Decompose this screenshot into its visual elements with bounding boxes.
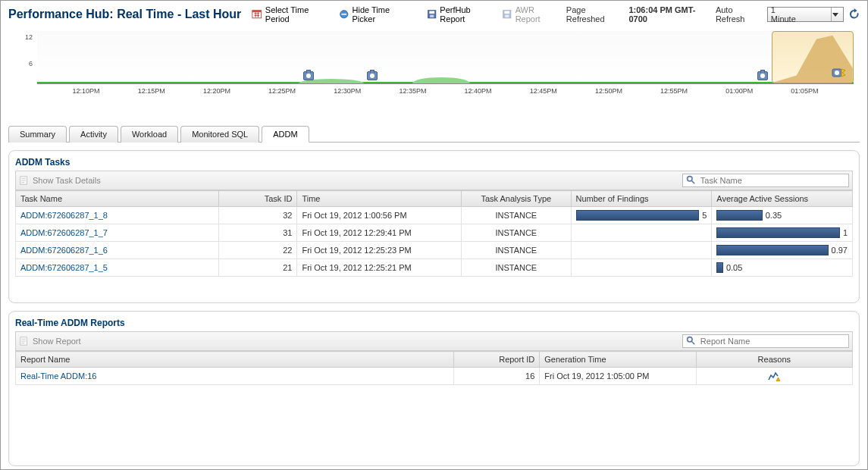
task-name-link[interactable]: ADDM:672606287_1_7 (20, 228, 108, 237)
awr-report-label: AWR Report (515, 5, 560, 24)
task-name-link[interactable]: ADDM:672606287_1_6 (20, 246, 108, 255)
table-header-row: Task Name Task ID Time Task Analysis Typ… (16, 191, 853, 207)
col-findings[interactable]: Number of Findings (571, 191, 712, 207)
x-tick: 12:45PM (530, 87, 557, 95)
table-row[interactable]: ADDM:672606287_1_731Fri Oct 19, 2012 12:… (16, 224, 853, 242)
page-refreshed-label: Page Refreshed (566, 5, 625, 24)
report-reasons[interactable] (696, 368, 852, 385)
svg-line-22 (691, 341, 694, 344)
x-tick: 12:40PM (465, 87, 492, 95)
sessions-bar: 1 (716, 227, 848, 238)
task-time: Fri Oct 19, 2012 12:25:21 PM (297, 259, 462, 277)
task-analysis-type: INSTANCE (462, 242, 571, 259)
select-time-period-label: Select Time Period (265, 5, 333, 24)
addm-reports-action-row: Show Report (15, 331, 853, 351)
table-row[interactable]: ADDM:672606287_1_521Fri Oct 19, 2012 12:… (16, 259, 853, 277)
show-report-button: Show Report (19, 336, 81, 346)
addm-tasks-action-row: Show Task Details (15, 171, 853, 190)
hide-time-picker-button[interactable]: Hide Time Picker (339, 5, 413, 24)
task-id: 21 (219, 259, 297, 277)
col-generation-time[interactable]: Generation Time (540, 352, 696, 368)
x-tick: 12:30PM (334, 87, 361, 95)
col-task-name[interactable]: Task Name (16, 191, 219, 207)
svg-rect-1 (252, 11, 262, 13)
svg-marker-16 (841, 69, 845, 77)
header-toolbar: Performance Hub: Real Time - Last Hour S… (4, 4, 864, 27)
svg-rect-9 (429, 11, 434, 14)
show-task-details-button: Show Task Details (19, 175, 101, 186)
report-name-link[interactable]: Real-Time ADDM:16 (20, 371, 96, 381)
task-analysis-type: INSTANCE (462, 259, 571, 277)
task-name-link[interactable]: ADDM:672606287_1_8 (20, 211, 108, 220)
tab-summary[interactable]: Summary (8, 126, 67, 143)
task-search-box[interactable] (682, 174, 849, 187)
col-task-id[interactable]: Task ID (219, 191, 297, 207)
minus-circle-icon (339, 9, 349, 20)
col-sessions[interactable]: Average Active Sessions (712, 191, 853, 207)
search-icon (686, 336, 696, 346)
svg-point-15 (835, 70, 839, 75)
tab-addm[interactable]: ADDM (262, 126, 309, 143)
report-icon (19, 336, 30, 346)
svg-marker-23 (776, 378, 780, 381)
sessions-bar: 0.05 (716, 262, 848, 273)
report-generation-time: Fri Oct 19, 2012 1:05:00 PM (540, 368, 696, 385)
page-title: Performance Hub: Real Time - Last Hour (8, 8, 241, 21)
table-row[interactable]: Real-Time ADDM:1616Fri Oct 19, 2012 1:05… (16, 368, 853, 385)
refresh-button[interactable] (848, 8, 860, 20)
perfhub-report-button[interactable]: PerfHub Report (427, 5, 496, 24)
addm-reports-panel: Real-Time ADDM Reports Show Report Repor… (8, 311, 860, 466)
col-report-id[interactable]: Report ID (453, 352, 539, 368)
task-time: Fri Oct 19, 2012 1:00:56 PM (297, 207, 462, 224)
header-right-group: Page Refreshed 1:06:04 PM GMT-0700 Auto … (566, 5, 860, 24)
task-time: Fri Oct 19, 2012 12:29:41 PM (297, 224, 462, 242)
table-row[interactable]: ADDM:672606287_1_622Fri Oct 19, 2012 12:… (16, 242, 853, 259)
auto-refresh-select[interactable]: 1 Minute (767, 7, 844, 22)
snapshot-icon[interactable] (367, 71, 378, 80)
tab-monitored-sql[interactable]: Monitored SQL (180, 126, 259, 143)
snapshot-icon[interactable] (303, 71, 314, 80)
table-row[interactable]: ADDM:672606287_1_832Fri Oct 19, 2012 1:0… (16, 207, 853, 224)
sessions-bar: 0.97 (716, 245, 848, 255)
chart-y-axis: 12 6 (20, 33, 33, 90)
addm-reports-table: Report Name Report ID Generation Time Re… (15, 351, 853, 385)
col-time[interactable]: Time (297, 191, 462, 207)
chart-warning-icon (768, 371, 780, 381)
addm-tasks-table: Task Name Task ID Time Task Analysis Typ… (15, 190, 853, 277)
col-report-name[interactable]: Report Name (16, 352, 454, 368)
svg-rect-10 (430, 15, 434, 17)
tab-workload[interactable]: Workload (121, 126, 178, 143)
x-tick: 12:10PM (73, 87, 100, 95)
chart-plot[interactable] (37, 31, 854, 84)
task-name-link[interactable]: ADDM:672606287_1_5 (20, 263, 108, 272)
task-analysis-type: INSTANCE (462, 207, 571, 224)
show-task-details-label: Show Task Details (33, 176, 101, 185)
app-window: Performance Hub: Real Time - Last Hour S… (0, 0, 868, 470)
task-id: 31 (219, 224, 297, 242)
y-tick: 6 (29, 60, 33, 67)
y-tick: 12 (25, 33, 33, 41)
col-reasons[interactable]: Reasons (696, 352, 852, 368)
addm-reports-title: Real-Time ADDM Reports (15, 315, 853, 331)
report-search-input[interactable] (699, 336, 845, 346)
svg-rect-7 (341, 14, 346, 15)
chevron-down-icon (831, 8, 839, 21)
select-time-period-button[interactable]: Select Time Period (252, 5, 333, 24)
task-search-input[interactable] (699, 175, 845, 186)
report-id: 16 (453, 368, 539, 385)
addm-tasks-title: ADDM Tasks (15, 154, 853, 171)
auto-refresh-label: Auto Refresh (716, 5, 763, 24)
tab-activity[interactable]: Activity (69, 126, 118, 143)
findings-bar: 5 (576, 210, 707, 221)
task-analysis-type: INSTANCE (462, 224, 571, 242)
sessions-bar: 0.35 (716, 210, 848, 221)
svg-point-21 (688, 337, 692, 342)
col-analysis-type[interactable]: Task Analysis Type (462, 191, 571, 207)
report-search-box[interactable] (682, 334, 849, 348)
svg-point-18 (688, 177, 692, 181)
x-tick: 12:55PM (660, 87, 688, 95)
time-picker-chart[interactable]: 12 6 12:10PM12:15PM12:20PM12:25PM12:30PM… (7, 28, 861, 111)
addm-marker-icon[interactable] (832, 67, 845, 80)
snapshot-icon[interactable] (757, 71, 768, 80)
hide-time-picker-label: Hide Time Picker (353, 5, 413, 24)
